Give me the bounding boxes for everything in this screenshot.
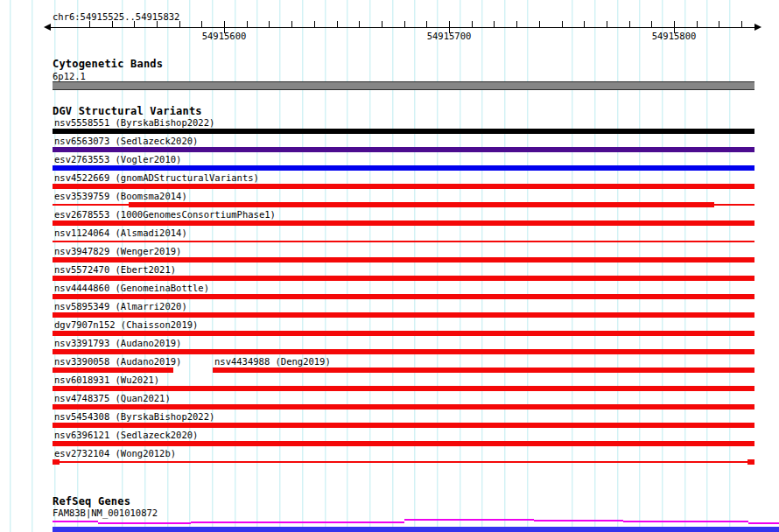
ruler-axis — [51, 27, 754, 28]
variant-label[interactable]: nsv5558551 (ByrskaBishop2022) — [54, 117, 214, 128]
ruler-tick — [157, 21, 158, 27]
variant-label[interactable]: nsv4434988 (Deng2019) — [214, 356, 331, 367]
ruler-tick — [426, 21, 427, 27]
ruler-tick — [629, 21, 630, 27]
ruler-tick — [562, 21, 563, 27]
ruler-tick-label: 54915800 — [643, 31, 705, 41]
gene-line-segment[interactable] — [404, 519, 534, 521]
variant-bar[interactable] — [53, 165, 754, 171]
variant-label[interactable]: nsv4748375 (Quan2021) — [54, 393, 171, 403]
variant-label[interactable]: nsv5895349 (Almarri2020) — [54, 301, 187, 312]
variant-bar[interactable] — [53, 331, 754, 336]
ruler-tick — [697, 21, 698, 27]
ruler-tick — [134, 21, 135, 27]
variant-label[interactable]: nsv1124064 (Alsmadi2014) — [54, 228, 187, 238]
variant-label[interactable]: esv2678553 (1000GenomesConsortiumPhase1) — [54, 209, 276, 220]
ruler-tick — [472, 21, 473, 27]
ruler-tick — [382, 21, 382, 27]
ruler-tick — [179, 21, 180, 27]
ruler-tick — [741, 21, 742, 27]
variant-bar[interactable] — [53, 257, 754, 262]
variant-label[interactable]: nsv3947829 (Wenger2019) — [54, 246, 181, 256]
ruler-tick-label: 54915700 — [418, 31, 480, 41]
variant-label[interactable]: dgv7907n152 (Chaisson2019) — [54, 319, 198, 330]
ruler-tick — [89, 21, 90, 27]
gene-line-segment[interactable] — [191, 522, 404, 523]
ruler-tick — [584, 21, 585, 27]
variant-label[interactable]: nsv5454308 (ByrskaBishop2022) — [54, 411, 214, 422]
variant-label[interactable]: esv2732104 (Wong2012b) — [54, 448, 176, 458]
gene-line-segment[interactable] — [748, 522, 779, 524]
gene-box[interactable] — [53, 527, 779, 532]
ruler-tick — [337, 21, 338, 27]
region-label: chr6:54915525..54915832 — [53, 11, 179, 22]
variant-bar[interactable] — [53, 441, 754, 446]
variant-label[interactable]: nsv5572470 (Ebert2021) — [54, 264, 176, 275]
variant-bar[interactable] — [53, 129, 754, 134]
ruler-tick — [607, 21, 607, 27]
variant-label[interactable]: nsv4444860 (GenomeinaBottle) — [54, 283, 209, 293]
ruler-right-arrow-icon — [754, 24, 761, 31]
variant-thin-line[interactable] — [53, 241, 754, 242]
ruler-left-arrow-icon — [44, 24, 51, 31]
variant-bar[interactable] — [53, 184, 754, 189]
variant-bar[interactable] — [129, 202, 714, 207]
variant-label[interactable]: nsv6396121 (Sedlazeck2020) — [54, 430, 198, 440]
variant-label[interactable]: esv2763553 (Vogler2010) — [54, 154, 181, 164]
gene-line-segment[interactable] — [534, 520, 623, 522]
cytobands-header: Cytogenetic Bands — [53, 59, 163, 70]
gene-name: FAM83B|NM_001010872 — [53, 508, 158, 518]
refseq-header: RefSeq Genes — [53, 496, 130, 508]
variant-bar[interactable] — [53, 276, 754, 281]
variant-label[interactable]: nsv4522669 (gnomADStructuralVariants) — [54, 172, 259, 183]
cytoband-bar[interactable] — [53, 81, 754, 90]
ruler-tick — [516, 21, 517, 27]
cytoband-name: 6p12.1 — [53, 71, 86, 81]
ruler-tick — [494, 21, 495, 27]
variant-bar[interactable] — [53, 423, 754, 428]
variant-label[interactable]: nsv3391793 (Audano2019) — [54, 338, 181, 348]
ruler-tick — [314, 21, 315, 27]
variant-label[interactable]: nsv6563073 (Sedlazeck2020) — [54, 136, 198, 146]
variant-bar[interactable] — [53, 386, 754, 391]
variant-bar[interactable] — [53, 459, 60, 465]
variant-label[interactable]: esv3539759 (Boomsma2014) — [54, 191, 187, 201]
variant-label[interactable]: nsv3390058 (Audano2019) — [54, 356, 181, 367]
gene-line-segment[interactable] — [53, 521, 98, 522]
variant-bar[interactable] — [53, 404, 754, 410]
variant-bar[interactable] — [747, 459, 754, 465]
variant-bar[interactable] — [53, 147, 754, 152]
ruler-tick — [291, 21, 292, 27]
variant-bar[interactable] — [53, 312, 754, 318]
variant-bar[interactable] — [213, 368, 754, 373]
variant-bar[interactable] — [53, 294, 754, 299]
variant-bar[interactable] — [53, 349, 754, 354]
variant-thin-line[interactable] — [53, 461, 754, 463]
dgv-header: DGV Structural Variants — [53, 106, 202, 117]
ruler-tick — [539, 21, 540, 27]
ruler-tick — [359, 21, 360, 27]
gene-line-segment[interactable] — [623, 521, 748, 522]
ruler-tick — [651, 21, 652, 27]
ruler-tick — [269, 21, 270, 27]
ruler-tick — [404, 21, 405, 27]
variant-bar[interactable] — [53, 368, 173, 373]
gene-line-segment[interactable] — [98, 522, 191, 524]
variant-bar[interactable] — [53, 220, 754, 226]
ruler-tick — [201, 21, 202, 27]
genome-browser-panel: chr6:54915525..54915832 5491560054915700… — [0, 0, 779, 532]
ruler-tick — [719, 21, 719, 27]
ruler-tick — [112, 21, 113, 27]
ruler-tick-label: 54915600 — [193, 31, 255, 41]
ruler-tick — [247, 21, 248, 27]
variant-label[interactable]: nsv6018931 (Wu2021) — [54, 374, 159, 385]
